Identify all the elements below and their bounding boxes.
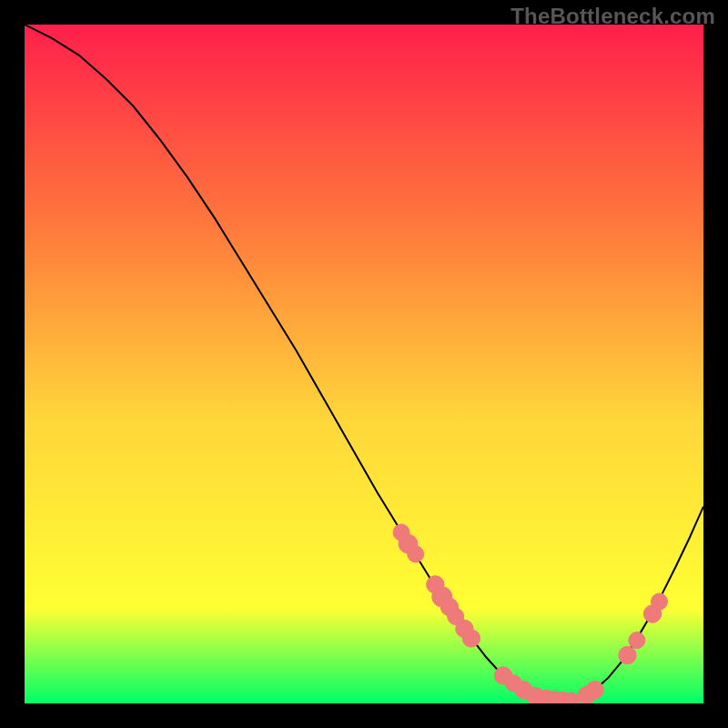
curve-marker [651,593,667,610]
curve-marker [619,646,636,663]
gradient-background [25,25,703,703]
curve-marker [462,630,480,647]
watermark-label: TheBottleneck.com [511,4,715,29]
curve-marker [408,546,424,562]
chart-svg [25,25,703,703]
chart-stage: TheBottleneck.com [0,0,728,728]
curve-marker [629,632,645,649]
plot-area [25,25,703,703]
curve-marker [586,681,603,698]
